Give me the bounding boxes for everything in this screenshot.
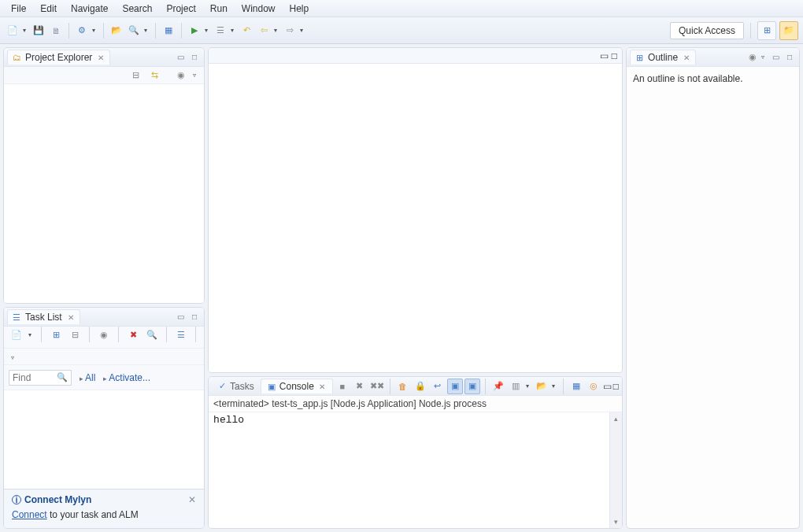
quick-access-button[interactable]: Quick Access (670, 22, 744, 39)
run-button[interactable]: ▶ (187, 23, 202, 39)
project-explorer-tab[interactable]: 🗂 Project Explorer ✕ (7, 50, 110, 65)
minimize-icon[interactable]: ▭ (769, 51, 782, 64)
focus-workweek-button[interactable]: ◉ (96, 327, 112, 342)
debug-button[interactable]: ☰ (213, 23, 228, 39)
console-toolbar: ■ ✖ ✖✖ 🗑 🔒 ↩ ▣ ▣ 📌 ▥▾ 📂▾ ▦ ◎ ▭ (335, 379, 619, 394)
terminate-button[interactable]: ■ (335, 379, 350, 394)
debug-view-button[interactable]: ▦ (568, 379, 584, 394)
toolbar-separator (181, 23, 182, 39)
remove-launch-button[interactable]: ✖ (352, 379, 368, 394)
view-menu-icon[interactable]: ▿ (11, 354, 17, 361)
search-icon[interactable]: 🔍 (57, 372, 68, 383)
info-icon: i (12, 495, 21, 504)
menu-help[interactable]: Help (283, 2, 316, 16)
editor-header: ▭ □ (209, 48, 622, 64)
minimize-icon[interactable]: ▭ (174, 311, 187, 323)
find-button[interactable]: 🔍 (144, 327, 160, 342)
maximize-icon[interactable]: □ (783, 51, 796, 64)
dropdown-arrow-icon[interactable]: ▾ (552, 382, 558, 390)
save-button[interactable]: 💾 (31, 23, 46, 39)
collapse-button[interactable]: ☰ (173, 327, 189, 342)
dropdown-arrow-icon[interactable]: ▾ (274, 27, 280, 34)
link-editor-button[interactable]: ⇆ (146, 68, 162, 83)
clear-console-button[interactable]: 🗑 (395, 379, 411, 394)
close-icon[interactable]: ✕ (65, 312, 76, 323)
maximize-icon[interactable]: □ (613, 381, 619, 392)
dropdown-arrow-icon[interactable]: ▾ (300, 27, 306, 34)
minimize-icon[interactable]: ▭ (174, 51, 187, 64)
console-tab[interactable]: ▣ Console ✕ (261, 379, 333, 393)
menu-window[interactable]: Window (235, 2, 282, 16)
console-output-area: hello ▴ ▾ (209, 412, 622, 528)
outline-icon: ⊞ (634, 52, 645, 63)
hide-button[interactable]: ✖ (125, 327, 141, 342)
dropdown-arrow-icon[interactable]: ▾ (144, 27, 150, 34)
build-button[interactable]: ⚙ (74, 23, 90, 39)
menu-file[interactable]: File (5, 2, 32, 16)
minimize-icon[interactable]: ▭ (600, 50, 609, 61)
menu-run[interactable]: Run (204, 2, 234, 16)
open-console-button[interactable]: 📂 (534, 379, 550, 394)
back-undo-button[interactable]: ↶ (239, 23, 254, 39)
dropdown-arrow-icon[interactable]: ▾ (231, 27, 237, 34)
categorized-button[interactable]: ⊞ (48, 327, 64, 342)
new-task-button[interactable]: 📄 (9, 327, 24, 342)
dropdown-arrow-icon[interactable]: ▾ (526, 382, 532, 390)
minimize-icon[interactable]: ▭ (603, 381, 612, 392)
dropdown-arrow-icon[interactable]: ▾ (23, 27, 29, 34)
toggle-breadcrumb-button[interactable]: ▦ (161, 23, 176, 39)
collapse-all-button[interactable]: ⊟ (128, 68, 143, 83)
ant-button[interactable]: ◎ (586, 379, 601, 394)
mylyn-connect-link[interactable]: Connect (12, 509, 47, 520)
vertical-scrollbar[interactable]: ▴ ▾ (609, 412, 622, 528)
dropdown-arrow-icon[interactable]: ▾ (92, 27, 98, 34)
save-all-button[interactable]: 🗎 (48, 23, 64, 39)
menu-project[interactable]: Project (160, 2, 202, 16)
show-on-error-button[interactable]: ▣ (464, 379, 480, 394)
scroll-up-icon[interactable]: ▴ (610, 412, 622, 425)
scroll-down-icon[interactable]: ▾ (610, 515, 622, 528)
view-menu-icon[interactable]: ▿ (193, 72, 199, 79)
show-on-output-button[interactable]: ▣ (447, 379, 463, 394)
console-output[interactable]: hello (209, 412, 622, 427)
dropdown-arrow-icon[interactable]: ▾ (28, 331, 35, 338)
open-perspective-button[interactable]: ⊞ (757, 21, 776, 40)
maximize-icon[interactable]: □ (188, 51, 201, 64)
project-explorer-panel: 🗂 Project Explorer ✕ ▭ □ ⊟ ⇆ ◉ ▿ (3, 47, 205, 304)
mylyn-close-icon[interactable]: ✕ (188, 494, 196, 505)
task-list-tab[interactable]: ☰ Task List ✕ (7, 309, 80, 324)
menu-navigate[interactable]: Navigate (65, 2, 114, 16)
all-filter-link[interactable]: ▸All (80, 372, 95, 383)
find-input[interactable] (13, 372, 52, 383)
view-menu-icon[interactable]: ▿ (761, 54, 768, 61)
outline-focus-button[interactable]: ◉ (745, 50, 760, 65)
tasks-tab[interactable]: ✓ Tasks (212, 379, 259, 393)
word-wrap-button[interactable]: ↩ (430, 379, 446, 394)
center-column: ▭ □ ✓ Tasks ▣ Console ✕ ■ ✖ (206, 44, 624, 532)
menu-edit[interactable]: Edit (34, 2, 63, 16)
close-icon[interactable]: ✕ (681, 52, 692, 63)
resource-perspective-button[interactable]: 📁 (779, 21, 798, 40)
search-button[interactable]: 🔍 (126, 23, 142, 39)
activate-filter-link[interactable]: ▸Activate... (103, 372, 150, 383)
maximize-icon[interactable]: □ (612, 50, 617, 61)
nav-forward-button[interactable]: ⇨ (282, 23, 298, 39)
scroll-lock-button[interactable]: 🔒 (413, 379, 428, 394)
focus-task-button[interactable]: ◉ (173, 68, 189, 83)
menu-search[interactable]: Search (116, 2, 158, 16)
close-icon[interactable]: ✕ (316, 381, 327, 392)
project-explorer-title: Project Explorer (25, 52, 92, 63)
scheduled-button[interactable]: ⊟ (67, 327, 83, 342)
display-console-button[interactable]: ▥ (508, 379, 524, 394)
find-input-box[interactable]: 🔍 (9, 370, 72, 386)
remove-all-button[interactable]: ✖✖ (369, 379, 385, 394)
nav-back-button[interactable]: ⇦ (256, 23, 272, 39)
task-list-icon: ☰ (11, 312, 22, 323)
close-icon[interactable]: ✕ (95, 52, 106, 63)
maximize-icon[interactable]: □ (188, 311, 201, 323)
new-button[interactable]: 📄 (5, 23, 20, 39)
open-type-button[interactable]: 📂 (109, 23, 124, 39)
pin-console-button[interactable]: 📌 (490, 379, 506, 394)
dropdown-arrow-icon[interactable]: ▾ (205, 27, 211, 34)
outline-tab[interactable]: ⊞ Outline ✕ (630, 50, 696, 65)
